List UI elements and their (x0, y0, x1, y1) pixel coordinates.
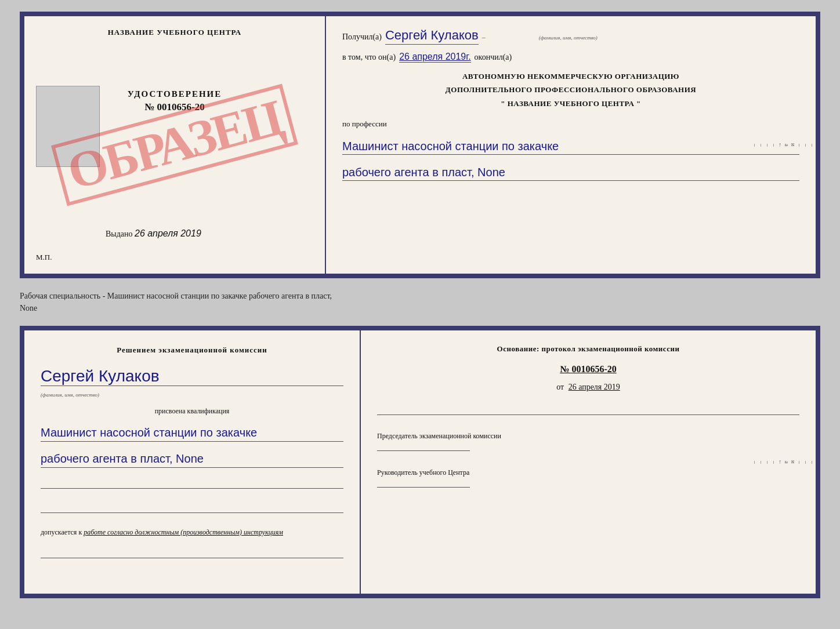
admission-detail: работе согласно должностным (производств… (84, 528, 283, 536)
org-block: АВТОНОМНУЮ НЕКОММЕРЧЕСКУЮ ОРГАНИЗАЦИЮ ДО… (342, 70, 799, 110)
recipient-name: Сергей Кулаков (385, 28, 479, 45)
chairman-label: Председатель экзаменационной комиссии (377, 430, 799, 443)
basis-title: Основание: протокол экзаменационной коми… (377, 344, 799, 354)
mp-label: М.П. (36, 253, 52, 262)
profession-line1: Машинист насосной станции по закачке (342, 138, 799, 155)
certificate-top: НАЗВАНИЕ УЧЕБНОГО ЦЕНТРА ОБРАЗЕЦ УДОСТОВ… (20, 12, 820, 278)
director-block: Руководитель учебного Центра (377, 467, 799, 492)
commission-title: Решением экзаменационной комиссии (41, 344, 343, 357)
separator-line1: Рабочая специальность - Машинист насосно… (20, 292, 332, 300)
separator-text: Рабочая специальность - Машинист насосно… (20, 288, 820, 317)
bottom-right-edge-deco: –––иа←–––– (802, 330, 816, 594)
bottom-left-panel: Решением экзаменационной комиссии Сергей… (24, 330, 361, 594)
blank-line-3 (41, 547, 343, 558)
bottom-name: Сергей Кулаков (41, 367, 343, 386)
top-left-panel: НАЗВАНИЕ УЧЕБНОГО ЦЕНТРА ОБРАЗЕЦ УДОСТОВ… (24, 16, 326, 274)
school-name-top: НАЗВАНИЕ УЧЕБНОГО ЦЕНТРА (108, 28, 242, 37)
protocol-date-value: 26 апреля 2019 (569, 383, 620, 391)
director-label: Руководитель учебного Центра (377, 467, 799, 479)
issued-line: Выдано 26 апреля 2019 (106, 228, 201, 239)
recipient-hint: (фамилия, имя, отчество) (539, 35, 598, 41)
admission-text: допускается к работе согласно должностны… (41, 527, 343, 537)
recipient-label: Получил(а) (342, 32, 382, 42)
date-value: 26 апреля 2019г. (399, 52, 470, 63)
protocol-number: № 0010656-20 (377, 364, 799, 375)
qualification-line1: Машинист насосной станции по закачке (41, 424, 343, 442)
right-edge-deco: –––иа←–––– (802, 16, 816, 274)
top-right-panel: Получил(а) Сергей Кулаков – (фамилия, им… (326, 16, 816, 274)
issued-label: Выдано (106, 230, 133, 238)
chairman-block: Председатель экзаменационной комиссии (377, 430, 799, 455)
cert-number: № 0010656-20 (144, 101, 205, 113)
bottom-right-panel: Основание: протокол экзаменационной коми… (361, 330, 816, 594)
chairman-sig-line (377, 450, 470, 451)
org-line1: АВТОНОМНУЮ НЕКОММЕРЧЕСКУЮ ОРГАНИЗАЦИЮ (342, 70, 799, 83)
profession-line2: рабочего агента в пласт, None (342, 164, 799, 181)
qualification-line2: рабочего агента в пласт, None (41, 450, 343, 468)
org-line2: ДОПОЛНИТЕЛЬНОГО ПРОФЕССИОНАЛЬНОГО ОБРАЗО… (342, 83, 799, 96)
blank-line-1 (41, 477, 343, 489)
date-prefix: в том, что он(а) (342, 53, 396, 62)
photo-placeholder (36, 86, 100, 167)
date-suffix: окончил(а) (475, 53, 512, 62)
basis-blank-1 (377, 403, 799, 415)
protocol-date: от 26 апреля 2019 (377, 383, 799, 392)
profession-label: по профессии (342, 119, 799, 129)
protocol-date-prefix: от (556, 383, 564, 391)
cert-label: УДОСТОВЕРЕНИЕ (128, 89, 222, 99)
certificate-bottom: Решением экзаменационной комиссии Сергей… (20, 326, 820, 598)
blank-line-2 (41, 501, 343, 513)
admission-label: допускается к (41, 528, 82, 536)
recipient-line: Получил(а) Сергей Кулаков – (фамилия, им… (342, 28, 799, 45)
separator-line2: None (20, 304, 37, 312)
date-line: в том, что он(а) 26 апреля 2019г. окончи… (342, 52, 799, 63)
director-sig-line (377, 487, 470, 488)
bottom-name-hint: (фамилия, имя, отчество) (41, 392, 343, 398)
org-line3: " НАЗВАНИЕ УЧЕБНОГО ЦЕНТРА " (342, 97, 799, 110)
qualification-label: присвоена квалификация (41, 407, 343, 416)
issued-date: 26 апреля 2019 (135, 228, 201, 238)
